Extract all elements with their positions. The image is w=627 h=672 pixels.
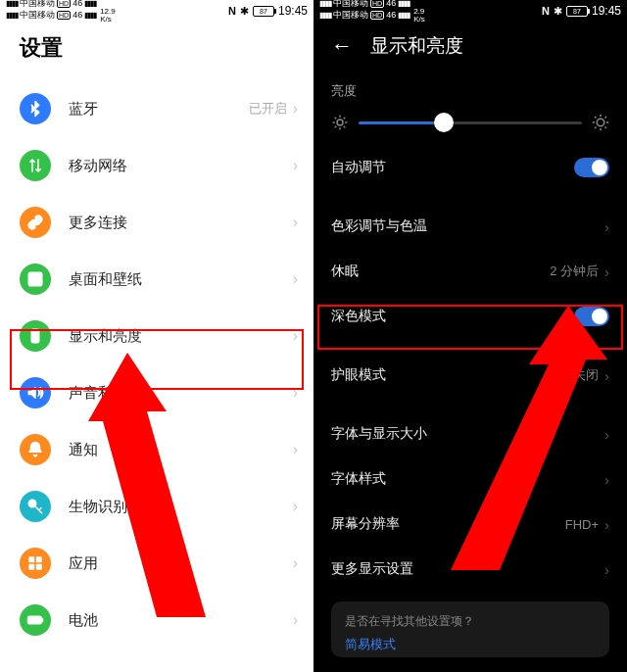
signal-icon: ▮▮▮▮ [84,0,96,8]
row-label: 移动网络 [69,157,293,175]
svg-rect-7 [37,565,42,570]
link-icon [20,207,51,238]
settings-row-bt[interactable]: 蓝牙已开启› [0,80,314,137]
clock: 19:45 [592,4,621,18]
display-row-color[interactable]: 色彩调节与色温› [314,204,627,249]
svg-rect-6 [29,565,34,570]
signal-icon: ▮▮▮▮ [6,0,18,8]
svg-point-1 [31,275,34,278]
settings-row-bio[interactable]: 生物识别和密码› [0,478,314,535]
apps-icon [20,548,51,579]
display-row-dark[interactable]: 深色模式 [314,294,627,339]
svg-line-25 [605,127,607,129]
chevron-right-icon: › [293,611,298,629]
svg-point-19 [597,119,604,126]
clock: 19:45 [278,4,308,18]
settings-pane: ▮▮▮▮中国移动 HD 46▮▮▮▮ ▮▮▮▮中国移动 HD 46▮▮▮▮ 12… [0,0,314,672]
row-label: 深色模式 [331,308,574,325]
svg-line-16 [344,126,346,128]
chevron-right-icon: › [293,100,298,118]
bluetooth-icon [20,93,51,124]
settings-row-notify[interactable]: 通知› [0,421,314,478]
brightness-high-icon [592,114,609,131]
settings-row-wall[interactable]: 桌面和壁纸› [0,251,314,308]
battery-icon: 87 [566,6,588,17]
row-label: 桌面和壁纸 [69,270,293,289]
svg-line-27 [605,117,607,119]
search-tip-card[interactable]: 是否在寻找其他设置项？ 简易模式 [331,601,609,657]
row-value: 已关闭 [560,366,599,384]
chevron-right-icon: › [604,516,609,533]
chevron-right-icon: › [604,561,609,578]
row-value: FHD+ [565,517,599,532]
bluetooth-icon: ✱ [554,5,562,18]
row-label: 色彩调节与色温 [331,217,604,235]
display-row-res[interactable]: 屏幕分辨率FHD+› [314,502,627,547]
nfc-icon: N [228,5,236,17]
signal-icon: ▮▮▮▮ [319,0,331,8]
settings-row-display[interactable]: 显示和亮度› [0,308,314,364]
row-label: 通知 [69,441,293,459]
row-label: 蓝牙 [69,100,249,119]
signal-icon: ▮▮▮▮ [84,11,96,20]
display-brightness-pane: ▮▮▮▮中国移动 HD 46▮▮▮▮ ▮▮▮▮中国移动 HD 46▮▮▮▮ 2.… [314,0,627,672]
svg-line-26 [595,127,597,129]
brightness-label: 亮度 [331,74,609,106]
auto-toggle[interactable] [574,158,609,177]
key-icon [20,491,51,522]
svg-point-10 [337,120,343,125]
row-label: 生物识别和密码 [69,498,293,516]
chevron-right-icon: › [604,367,609,384]
chevron-right-icon: › [604,471,609,488]
battery-icon [20,604,51,636]
settings-row-mobile[interactable]: 移动网络› [0,137,314,194]
display-row-font[interactable]: 字体与显示大小› [314,411,627,456]
signal-icon: ▮▮▮▮ [398,0,410,8]
signal-icon: ▮▮▮▮ [398,11,410,20]
tip-link-simple-mode[interactable]: 简易模式 [345,636,596,653]
settings-row-sound[interactable]: 声音和振› [0,364,314,421]
phone-icon [20,320,51,352]
brightness-slider[interactable] [359,121,582,124]
chevron-right-icon: › [293,157,298,174]
row-label: 字体样式 [331,470,604,488]
dark-toggle[interactable] [574,307,609,326]
chevron-right-icon: › [293,214,298,231]
row-label: 更多连接 [69,214,293,232]
chevron-right-icon: › [604,264,609,280]
settings-row-more[interactable]: 更多连接› [0,194,314,251]
settings-row-apps[interactable]: 应用› [0,535,314,592]
svg-line-17 [335,126,337,128]
display-row-auto[interactable]: 自动调节 [314,145,627,190]
row-label: 护眼模式 [331,366,560,384]
row-value: 已开启 [249,100,287,118]
row-label: 应用 [69,554,293,573]
display-row-sleep[interactable]: 休眠2 分钟后› [314,249,627,294]
row-label: 更多显示设置 [331,560,604,578]
chevron-right-icon: › [293,327,298,345]
settings-row-battery[interactable]: 电池› [0,592,314,648]
signal-icon: ▮▮▮▮ [6,11,18,20]
battery-icon: 87 [253,6,274,17]
row-label: 自动调节 [331,159,574,176]
chevron-right-icon: › [604,218,609,235]
svg-rect-5 [37,557,42,562]
display-row-eye[interactable]: 护眼模式已关闭› [314,353,627,398]
tip-question: 是否在寻找其他设置项？ [345,613,596,630]
sound-icon [20,377,51,408]
svg-rect-8 [28,616,42,624]
bluetooth-icon: ✱ [240,5,249,18]
display-row-more[interactable]: 更多显示设置› [314,547,627,592]
chevron-right-icon: › [293,384,298,402]
display-row-style[interactable]: 字体样式› [314,456,627,502]
page-title: 设置 [0,20,314,80]
brightness-thumb[interactable] [434,113,454,132]
row-label: 字体与显示大小 [331,425,604,443]
status-bar-right: ▮▮▮▮中国移动 HD 46▮▮▮▮ ▮▮▮▮中国移动 HD 46▮▮▮▮ 2.… [314,0,627,20]
row-label: 休眠 [331,263,550,280]
back-button[interactable]: ← [331,33,353,59]
bell-icon [20,434,51,465]
row-label: 声音和振 [69,384,293,403]
chevron-right-icon: › [293,270,298,288]
row-label: 电池 [69,611,293,630]
